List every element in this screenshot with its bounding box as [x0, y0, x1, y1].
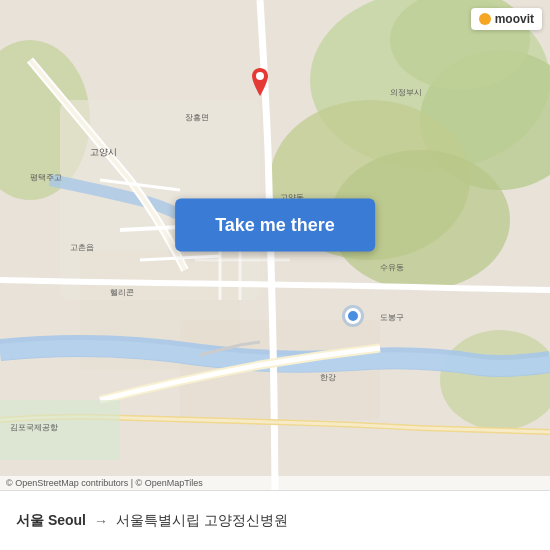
svg-text:장흥면: 장흥면 — [185, 113, 209, 122]
pin-icon — [248, 68, 272, 100]
svg-text:수유동: 수유동 — [380, 263, 404, 272]
svg-text:한강: 한강 — [320, 373, 336, 382]
moovit-logo: moovit — [471, 8, 542, 30]
svg-point-23 — [256, 72, 264, 80]
destination-pin — [248, 68, 272, 104]
svg-text:고촌읍: 고촌읍 — [70, 243, 94, 252]
svg-text:김포국제공항: 김포국제공항 — [10, 423, 58, 432]
bottom-navigation-bar: 서울 Seoul → 서울특별시립 고양정신병원 — [0, 490, 550, 550]
svg-text:평택주고: 평택주고 — [30, 173, 62, 182]
moovit-brand-text: moovit — [495, 12, 534, 26]
svg-text:도봉구: 도봉구 — [380, 313, 404, 322]
route-info: 서울 Seoul → 서울특별시립 고양정신병원 — [16, 512, 534, 530]
route-arrow-icon: → — [94, 513, 108, 529]
map-copyright: © OpenStreetMap contributors | © OpenMap… — [0, 476, 550, 490]
svg-text:헬리콘: 헬리콘 — [110, 288, 134, 297]
take-me-there-button[interactable]: Take me there — [175, 199, 375, 252]
copyright-text: © OpenStreetMap contributors | © OpenMap… — [6, 478, 203, 488]
map-container: 김포국제공항 고양시 장흥면 의정부시 고양동 고촌읍 수유동 도봉구 한강 헬… — [0, 0, 550, 490]
current-location-dot — [345, 308, 361, 324]
route-from-label: 서울 Seoul — [16, 512, 86, 530]
svg-text:의정부시: 의정부시 — [390, 88, 422, 97]
moovit-dot-icon — [479, 13, 491, 25]
route-to-label: 서울특별시립 고양정신병원 — [116, 512, 288, 530]
svg-text:고양시: 고양시 — [90, 147, 117, 157]
